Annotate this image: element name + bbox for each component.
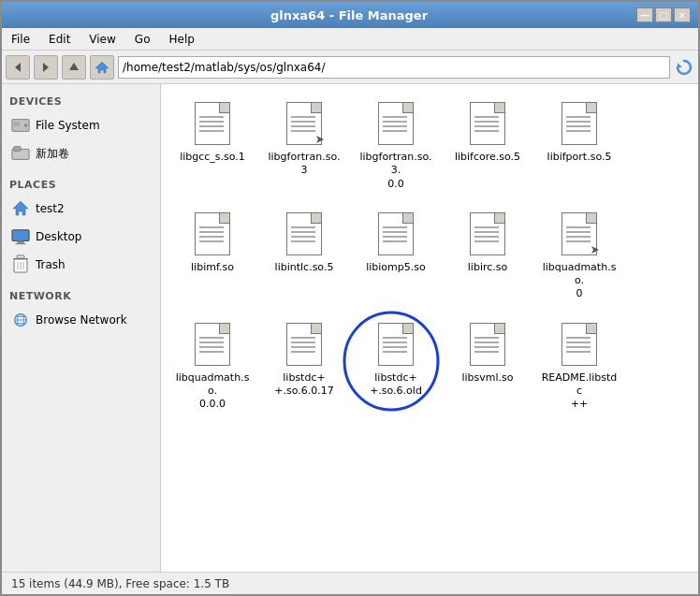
svg-marker-2 [69,63,79,70]
list-item[interactable]: libgfortran.so.3.0.0 [354,94,438,196]
sidebar-item-desktop[interactable]: Desktop [2,223,160,251]
trash-icon [11,255,30,274]
sidebar-item-browse-network[interactable]: Browse Network [2,306,160,334]
statusbar: 15 items (44.9 MB), Free space: 1.5 TB [2,572,698,594]
file-icon [282,99,327,148]
file-icon [465,210,510,258]
sidebar-item-test2[interactable]: test2 [2,195,160,223]
network-label: NETWORK [2,286,160,306]
browse-network-label: Browse Network [36,313,127,327]
list-item[interactable]: libquadmath.so.0.0.0 [170,314,255,417]
list-item[interactable]: libsvml.so [445,314,530,417]
svg-rect-14 [13,231,28,240]
titlebar: glnxa64 - File Manager — □ ✕ [2,2,698,28]
file-label: libimf.so [191,261,234,274]
browse-network-icon [11,311,30,329]
file-icon [282,320,327,369]
svg-marker-0 [15,63,21,72]
svg-marker-1 [43,63,49,72]
list-item[interactable]: libstdc++.so.6.0.17 [262,314,346,417]
address-text: /home/test2/matlab/sys/os/glnxa64/ [123,61,665,74]
file-icon [373,320,418,369]
list-item[interactable]: libimf.so [170,204,255,307]
file-icon [373,99,418,148]
refresh-button[interactable] [674,57,694,78]
menu-file[interactable]: File [6,31,36,48]
sidebar-item-newvolume[interactable]: 新加卷 [2,139,160,167]
svg-rect-16 [17,255,24,258]
list-item[interactable]: libifcore.so.5 [445,94,530,196]
status-text: 15 items (44.9 MB), Free space: 1.5 TB [11,577,229,590]
desktop-icon [11,227,30,246]
svg-point-7 [24,124,28,127]
file-label: libsvml.so [461,371,513,385]
address-bar[interactable]: /home/test2/matlab/sys/os/glnxa64/ [118,56,670,79]
up-button[interactable] [62,55,86,80]
file-icon [465,99,510,148]
sidebar: DEVICES File System [2,84,161,572]
list-item[interactable]: libgfortran.so.3 [262,94,346,196]
file-label: libgcc_s.so.1 [180,151,245,164]
file-icon [557,99,602,148]
svg-rect-13 [16,243,26,244]
devices-label: DEVICES [2,92,160,111]
menu-edit[interactable]: Edit [43,31,76,48]
file-label: libgfortran.so.3 [266,151,343,178]
list-item[interactable]: libintlc.so.5 [262,204,346,307]
main-content: DEVICES File System [2,84,698,572]
file-label: libquadmath.so.0.0.0 [174,371,251,412]
file-label: libquadmath.so.0 [541,261,618,301]
svg-marker-26 [316,136,324,143]
file-label: libiomp5.so [366,261,426,274]
file-icon [190,99,235,148]
places-section: PLACES test2 [2,175,160,279]
list-item[interactable]: libquadmath.so.0 [537,204,621,307]
file-icon [282,210,327,258]
menu-go[interactable]: Go [129,31,156,48]
menu-view[interactable]: View [83,31,121,48]
list-item[interactable]: libirc.so [445,204,530,307]
list-item[interactable]: README.libstdc++ [537,314,621,417]
newvolume-label: 新加卷 [36,146,69,162]
file-label: libirc.so [468,261,507,274]
newvolume-icon [11,144,30,163]
list-item[interactable]: libstdc++.so.6.old [354,314,438,417]
menu-help[interactable]: Help [163,31,199,48]
file-label: libgfortran.so.3.0.0 [357,151,434,191]
window: glnxa64 - File Manager — □ ✕ File Edit V… [0,0,700,596]
file-icon [373,210,418,258]
file-label: libintlc.so.5 [275,261,334,274]
maximize-button[interactable]: □ [655,7,672,22]
svg-rect-12 [17,241,23,244]
file-label: libstdc++.so.6.old [370,371,422,399]
file-label: libstdc++.so.6.0.17 [274,371,333,399]
test2-label: test2 [36,202,65,215]
filesystem-label: File System [36,119,100,132]
sidebar-item-filesystem[interactable]: File System [2,111,160,139]
list-item[interactable]: libifport.so.5 [537,94,621,196]
file-icon [557,320,602,369]
window-controls: — □ ✕ [636,7,691,22]
svg-rect-6 [14,122,20,126]
toolbar: /home/test2/matlab/sys/os/glnxa64/ [2,51,698,84]
file-area[interactable]: libgcc_s.so.1 [161,84,698,572]
forward-button[interactable] [34,55,58,80]
svg-marker-4 [678,63,682,67]
minimize-button[interactable]: — [636,7,653,22]
list-item[interactable]: libiomp5.so [354,204,438,307]
svg-marker-3 [95,62,109,73]
filesystem-icon [11,116,30,135]
back-button[interactable] [6,55,30,80]
file-icon [557,210,602,258]
menubar: File Edit View Go Help [2,28,698,51]
home-button[interactable] [90,55,114,80]
svg-marker-10 [13,201,28,215]
home-icon [11,199,30,218]
svg-marker-27 [591,246,599,254]
list-item[interactable]: libgcc_s.so.1 [170,94,255,196]
svg-rect-9 [14,147,21,152]
desktop-label: Desktop [36,230,82,243]
sidebar-item-trash[interactable]: Trash [2,251,160,279]
close-button[interactable]: ✕ [674,7,691,22]
places-label: PLACES [2,175,160,195]
